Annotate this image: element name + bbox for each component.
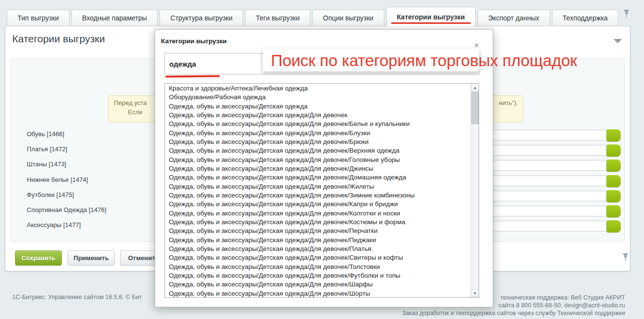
category-pick-button[interactable] <box>607 144 621 157</box>
warning-text-fragment: нить"). <box>499 99 518 106</box>
category-label: Аксессуары [1477] <box>27 221 107 236</box>
page-title: Категории выгрузки <box>12 33 105 45</box>
tab-label: Тип выгрузки <box>18 14 59 22</box>
list-item[interactable]: Одежда, обувь и аксессуары/Детская одежд… <box>165 182 470 191</box>
list-item[interactable]: Одежда, обувь и аксессуары/Детская одежд… <box>165 164 470 173</box>
category-label: Платья [1472] <box>27 145 107 160</box>
annotation-red-underline <box>391 22 471 24</box>
list-item[interactable]: Одежда, обувь и аксессуары/Детская одежд… <box>165 200 470 209</box>
list-item[interactable]: Одежда, обувь и аксессуары/Детская одежд… <box>165 191 470 200</box>
category-label: Штаны [1473] <box>27 160 107 176</box>
tab-data-export[interactable]: Экспорт данных <box>478 10 550 26</box>
category-label: Обувь [1466] <box>27 130 107 145</box>
list-item[interactable]: Одежда, обувь и аксессуары/Детская одежд… <box>165 236 470 245</box>
modal-title: Категории выгрузки <box>161 37 227 45</box>
category-pick-button[interactable] <box>607 129 621 142</box>
list-item[interactable]: Одежда, обувь и аксессуары/Детская одежд… <box>165 245 470 253</box>
tab-label: Техподдержка <box>563 14 608 22</box>
category-label: Футболки [1475] <box>27 191 107 206</box>
annotation-red-underline <box>165 75 220 78</box>
list-item[interactable]: Оборудование/Рабочая одежда <box>165 93 470 102</box>
list-item[interactable]: Одежда, обувь и аксессуары/Детская одежд… <box>165 138 470 146</box>
scrollbar-thumb[interactable] <box>471 92 479 124</box>
warning-text-fragment: Перед уста <box>114 99 147 106</box>
tab-input-params[interactable]: Входные параметры <box>72 10 158 26</box>
annotation-text: Поиск по категориям торговых площадок <box>271 52 577 70</box>
close-icon[interactable]: × <box>473 41 481 49</box>
list-item[interactable]: Одежда, обувь и аксессуары/Детская одежд… <box>165 156 470 164</box>
list-item[interactable]: Одежда, обувь и аксессуары/Детская одежд… <box>165 227 470 235</box>
category-pick-button[interactable] <box>607 160 621 172</box>
tab-label: Теги выгрузки <box>256 14 300 22</box>
list-item[interactable]: Одежда, обувь и аксессуары/Детская одежд… <box>165 146 470 155</box>
category-pick-button[interactable] <box>607 220 621 232</box>
tab-bar: Тип выгрузки Входные параметры Структура… <box>7 7 618 26</box>
scroll-down-icon[interactable]: ▼ <box>471 289 479 297</box>
category-list: Красота и здоровье/Аптека/Лечебная одежд… <box>165 84 470 298</box>
category-listbox: Красота и здоровье/Аптека/Лечебная одежд… <box>164 83 479 298</box>
category-label: Спортивная Одежда [1476] <box>27 206 107 221</box>
list-item[interactable]: Одежда, обувь и аксессуары/Детская одежд… <box>165 209 470 218</box>
scroll-up-icon[interactable]: ▲ <box>471 84 479 91</box>
list-item[interactable]: Одежда, обувь и аксессуары/Детская одежд… <box>165 289 470 298</box>
list-item[interactable]: Одежда, обувь и аксессуары/Детская одежд… <box>165 120 470 128</box>
category-pick-button[interactable] <box>607 205 621 217</box>
tab-label: Входные параметры <box>82 14 147 22</box>
tab-export-structure[interactable]: Структура выгрузки <box>160 10 243 26</box>
warning-text-fragment: Если <box>128 108 143 116</box>
tab-tech-support[interactable]: Техподдержка <box>552 10 619 26</box>
category-pick-button[interactable] <box>607 190 621 202</box>
tab-label: Категории выгрузки <box>397 13 465 21</box>
list-item[interactable]: Красота и здоровье/Аптека/Лечебная одежд… <box>165 84 470 93</box>
pin-icon[interactable] <box>622 253 629 262</box>
tab-label: Опции выгрузки <box>323 14 374 22</box>
list-item[interactable]: Одежда, обувь и аксессуары/Детская одежд… <box>165 280 470 289</box>
tab-export-categories[interactable]: Категории выгрузки <box>386 7 476 26</box>
tab-export-type[interactable]: Тип выгрузки <box>7 10 70 26</box>
list-item[interactable]: Одежда, обувь и аксессуары/Детская одежд… <box>165 102 470 111</box>
tab-label: Структура выгрузки <box>170 14 233 22</box>
save-button[interactable]: Сохранить <box>15 250 62 266</box>
pin-icon[interactable] <box>623 9 630 18</box>
tab-export-tags[interactable]: Теги выгрузки <box>245 10 310 26</box>
category-labels: Обувь [1466]Платья [1472]Штаны [1473]Ниж… <box>27 130 107 236</box>
list-item[interactable]: Одежда, обувь и аксессуары/Детская одежд… <box>165 271 470 280</box>
list-item[interactable]: Одежда, обувь и аксессуары/Детская одежд… <box>165 253 470 262</box>
tab-export-options[interactable]: Опции выгрузки <box>312 10 384 26</box>
category-pick-button[interactable] <box>607 175 621 187</box>
footer-copyright: 1С-Битрикс: Управление сайтом 16.5.6. © … <box>12 294 142 301</box>
tab-label: Экспорт данных <box>488 14 539 22</box>
list-item[interactable]: Одежда, обувь и аксессуары/Детская одежд… <box>165 173 470 182</box>
category-label: Нижнее белье [1474] <box>27 176 107 191</box>
scrollbar[interactable]: ▲ ▼ <box>470 84 479 297</box>
chevron-down-icon[interactable] <box>613 39 622 43</box>
list-item[interactable]: Одежда, обувь и аксессуары/Детская одежд… <box>165 129 470 138</box>
apply-button[interactable]: Применить <box>68 250 115 266</box>
list-item[interactable]: Одежда, обувь и аксессуары/Детская одежд… <box>165 218 470 227</box>
list-item[interactable]: Одежда, обувь и аксессуары/Детская одежд… <box>165 111 470 120</box>
list-item[interactable]: Одежда, обувь и аксессуары/Детская одежд… <box>165 263 470 271</box>
footer-support-line: Заказ доработок и техподдержка сайтов че… <box>402 309 625 317</box>
